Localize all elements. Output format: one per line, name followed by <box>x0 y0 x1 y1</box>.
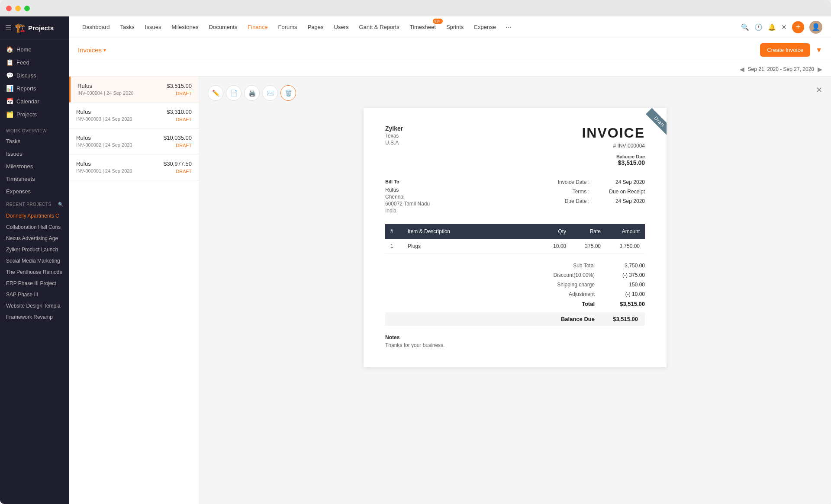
menu-icon[interactable]: ☰ <box>5 24 11 32</box>
finance-header-right: Create Invoice ▼ <box>760 43 822 57</box>
company-line2: U.S.A <box>385 140 403 146</box>
sidebar-item-timesheets[interactable]: Timesheets <box>0 173 69 185</box>
adjustment-label: Adjustment <box>385 291 602 297</box>
notifications-icon[interactable]: 🔔 <box>768 23 776 31</box>
invoice-date-row: Invoice Date : 24 Sep 2020 <box>546 179 645 185</box>
work-overview-section: WORK OVERVIEW <box>0 124 69 135</box>
search-icon[interactable]: 🔍 <box>58 202 64 207</box>
copy-invoice-button[interactable]: 📄 <box>226 85 242 101</box>
nav-documents[interactable]: Documents <box>205 21 242 33</box>
sidebar-item-projects[interactable]: 🗂️ Projects <box>0 108 69 121</box>
nav-dashboard[interactable]: Dashboard <box>78 21 114 33</box>
discount-label: Discount(10.00%) <box>385 272 602 278</box>
sidebar-item-calendar[interactable]: 📅 Calendar <box>0 95 69 108</box>
sidebar-item-home[interactable]: 🏠 Home <box>0 43 69 56</box>
nav-gantt[interactable]: Gantt & Reports <box>354 21 403 33</box>
issues-label: Issues <box>6 151 23 157</box>
search-icon[interactable]: 🔍 <box>741 23 749 31</box>
edit-invoice-button[interactable]: ✏️ <box>208 85 223 101</box>
invoice-name-4: Rufus <box>77 83 133 89</box>
work-overview-label: WORK OVERVIEW <box>6 128 47 133</box>
recent-project-nexus[interactable]: Nexus Advertising Age <box>0 233 69 244</box>
invoice-left-4: Rufus INV-000004 | 24 Sep 2020 <box>77 83 133 96</box>
next-date-button[interactable]: ▶ <box>818 66 822 73</box>
shipping-label: Shipping charge <box>385 282 602 288</box>
create-invoice-button[interactable]: Create Invoice <box>760 43 810 57</box>
terms-label: Terms : <box>546 189 589 195</box>
timesheets-label: Timesheets <box>6 176 35 182</box>
invoice-item-1[interactable]: Rufus INV-000001 | 24 Sep 2020 $30,977.5… <box>69 154 199 180</box>
invoice-status-3: DRAFT <box>176 117 192 122</box>
sidebar-item-feed[interactable]: 📋 Feed <box>0 56 69 69</box>
balance-due-amount: $3,515.00 <box>582 159 645 166</box>
nav-timesheet[interactable]: Timesheet 99+ <box>406 21 440 33</box>
nav-finance[interactable]: Finance <box>243 21 272 33</box>
maximize-button[interactable] <box>24 6 30 11</box>
prev-date-button[interactable]: ◀ <box>740 66 744 73</box>
sidebar-item-reports[interactable]: 📊 Reports <box>0 82 69 95</box>
email-invoice-button[interactable]: ✉️ <box>262 85 278 101</box>
balance-due-total-value: $3,515.00 <box>602 316 645 322</box>
close-detail-button[interactable]: ✕ <box>816 85 822 95</box>
print-invoice-button[interactable]: 🖨️ <box>244 85 260 101</box>
topnav: Dashboard Tasks Issues Milestones Docume… <box>69 16 831 38</box>
recent-project-sap[interactable]: SAP Phase III <box>0 289 69 300</box>
close-button[interactable] <box>6 6 12 11</box>
nav-sprints[interactable]: Sprints <box>442 21 468 33</box>
nav-more-icon[interactable]: ··· <box>502 22 515 33</box>
nav-tasks[interactable]: Tasks <box>116 21 139 33</box>
recent-project-donnelly[interactable]: Donnelly Apartments C <box>0 210 69 222</box>
invoice-meta-4: INV-000004 | 24 Sep 2020 <box>77 90 133 96</box>
app-body: ☰ 🏗️ Projects 🏠 Home 📋 Feed 💬 Discuss <box>0 16 831 504</box>
nav-milestones[interactable]: Milestones <box>167 21 203 33</box>
invoice-right-1: $30,977.50 DRAFT <box>164 161 192 174</box>
subtotal-row: Sub Total 3,750.00 <box>385 263 645 269</box>
filter-icon[interactable]: ▼ <box>815 46 822 54</box>
discount-row: Discount(10.00%) (-) 375.00 <box>385 272 645 278</box>
recent-project-penthouse[interactable]: The Penthouse Remode <box>0 266 69 278</box>
sidebar-item-expenses[interactable]: Expenses <box>0 185 69 198</box>
recent-project-framework[interactable]: Framework Revamp <box>0 311 69 323</box>
nav-users[interactable]: Users <box>330 21 353 33</box>
notes-label: Notes <box>385 334 645 340</box>
invoice-meta-3: INV-000003 | 24 Sep 2020 <box>76 116 132 122</box>
sidebar-item-label: Home <box>16 46 32 53</box>
invoice-item-2[interactable]: Rufus INV-000002 | 24 Sep 2020 $10,035.0… <box>69 128 199 154</box>
invoice-status-4: DRAFT <box>176 91 192 96</box>
nav-expense[interactable]: Expense <box>470 21 500 33</box>
nav-forums[interactable]: Forums <box>274 21 302 33</box>
draft-ribbon: Draft <box>632 108 667 142</box>
recent-project-website[interactable]: Website Design Templa <box>0 300 69 311</box>
avatar[interactable]: 👤 <box>809 21 822 34</box>
invoice-item-3[interactable]: Rufus INV-000003 | 24 Sep 2020 $3,310.00… <box>69 103 199 128</box>
nav-pages[interactable]: Pages <box>303 21 328 33</box>
recent-project-erp[interactable]: ERP Phase III Project <box>0 278 69 289</box>
calendar-icon: 📅 <box>6 98 13 105</box>
balance-due-total-row: Balance Due $3,515.00 <box>385 312 645 326</box>
sidebar-item-issues[interactable]: Issues <box>0 148 69 160</box>
nav-issues[interactable]: Issues <box>141 21 166 33</box>
date-range-bar: ◀ Sep 21, 2020 - Sep 27, 2020 ▶ <box>69 62 831 77</box>
invoice-right-2: $10,035.00 DRAFT <box>164 135 192 148</box>
invoice-dates: Invoice Date : 24 Sep 2020 Terms : Due o… <box>546 179 645 214</box>
invoice-status-1: DRAFT <box>176 169 192 174</box>
sidebar-item-milestones[interactable]: Milestones <box>0 160 69 173</box>
invoice-item-4[interactable]: Rufus INV-000004 | 24 Sep 2020 $3,515.00… <box>69 77 199 103</box>
date-range-text: Sep 21, 2020 - Sep 27, 2020 <box>748 66 814 72</box>
invoices-dropdown[interactable]: Invoices ▾ <box>78 46 106 54</box>
sidebar-item-tasks[interactable]: Tasks <box>0 135 69 148</box>
table-row: 1 Plugs 10.00 375.00 3,750.00 <box>385 239 645 254</box>
minimize-button[interactable] <box>15 6 21 11</box>
sidebar-item-discuss[interactable]: 💬 Discuss <box>0 69 69 82</box>
add-button[interactable]: + <box>792 21 804 33</box>
recent-project-social[interactable]: Social Media Marketing <box>0 255 69 266</box>
tasks-label: Tasks <box>6 138 20 144</box>
close-icon[interactable]: ✕ <box>781 23 787 31</box>
invoice-left-2: Rufus INV-000002 | 24 Sep 2020 <box>76 135 132 148</box>
shipping-value: 150.00 <box>602 282 645 288</box>
history-icon[interactable]: 🕐 <box>754 23 763 31</box>
delete-invoice-button[interactable]: 🗑️ <box>280 85 296 101</box>
print-icon: 🖨️ <box>248 90 256 96</box>
recent-project-zylker[interactable]: Zylker Product Launch <box>0 244 69 255</box>
recent-project-collab[interactable]: Collaboration Hall Cons <box>0 222 69 233</box>
